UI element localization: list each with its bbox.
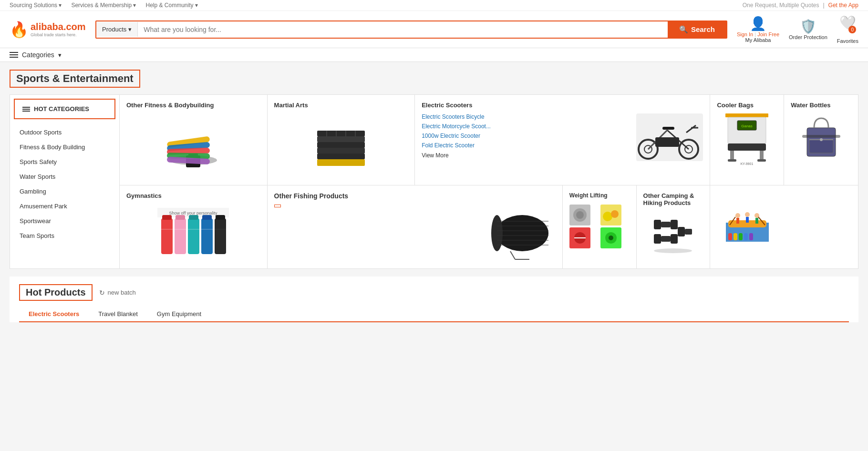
categories-label: Categories: [22, 51, 54, 59]
sidebar-item-water-sports[interactable]: Water Sports: [10, 169, 119, 184]
hamburger-icon: [10, 52, 18, 58]
gymnastics-link-1[interactable]: [274, 205, 281, 207]
tab-gym-equipment[interactable]: Gym Equipment: [147, 307, 211, 321]
favorites-label: Favorites: [837, 38, 858, 44]
favorites-area[interactable]: 🤍 0 Favorites: [837, 15, 858, 44]
order-protection-area[interactable]: 🛡️ Order Protection: [789, 19, 827, 40]
categories-arrow-icon: ▾: [58, 51, 62, 59]
svg-rect-36: [760, 151, 764, 160]
sidebar-item-sports-safety[interactable]: Sports Safety: [10, 154, 119, 169]
svg-point-77: [611, 210, 619, 218]
svg-point-62: [496, 215, 548, 251]
signin-area[interactable]: 👤 Sign In | Join Free My Alibaba: [737, 16, 779, 43]
svg-rect-107: [749, 233, 753, 240]
categories-button[interactable]: Categories ▾: [10, 51, 62, 59]
main-content: Sports & Entertainment HOT CATEGORIES Ou…: [0, 62, 868, 330]
hot-categories-header[interactable]: HOT CATEGORIES: [14, 99, 115, 119]
martial-arts-svg: [315, 115, 367, 170]
scooter-link-1[interactable]: Electric Scooters Bicycle: [422, 113, 630, 120]
sidebar-item-outdoor-sports[interactable]: Outdoor Sports: [10, 125, 119, 140]
svg-point-95: [735, 213, 740, 218]
search-category-dropdown[interactable]: Products ▾: [96, 22, 138, 37]
hot-products-tabs: Electric Scooters Travel Blanket Gym Equ…: [19, 307, 849, 322]
fishing-image-area: [569, 205, 630, 248]
svg-text:Show off your personality: Show off your personality: [169, 211, 217, 215]
product-cell-martial-arts: Martial Arts: [268, 95, 415, 185]
svg-rect-86: [671, 220, 678, 229]
sidebar-item-fitness[interactable]: Fitness & Body Building: [10, 140, 119, 154]
hot-cat-icon: [22, 107, 30, 112]
svg-point-63: [491, 215, 503, 251]
scooter-link-3[interactable]: 1000w Electric Scooter: [422, 133, 630, 139]
cooler-bag-svg: [802, 113, 840, 161]
svg-rect-9: [317, 148, 365, 154]
products-area: Other Fitness & Bodybuilding: [120, 95, 858, 268]
shield-icon: 🛡️: [800, 19, 816, 34]
svg-text:Ganas: Ganas: [741, 124, 753, 128]
svg-point-76: [603, 212, 612, 221]
svg-rect-104: [734, 233, 737, 240]
logo-name: alibaba.com: [31, 21, 86, 32]
svg-point-83: [609, 236, 613, 240]
product-title: Other Fitness & Bodybuilding: [126, 102, 260, 109]
tab-electric-scooters[interactable]: Electric Scooters: [19, 307, 89, 322]
product-title: Other Fishing Products: [274, 192, 556, 200]
scooter-image-area: [636, 113, 703, 161]
search-button[interactable]: 🔍 Search: [668, 21, 726, 38]
product-title: Martial Arts: [274, 102, 408, 109]
svg-point-96: [745, 212, 750, 217]
category-grid: HOT CATEGORIES Outdoor Sports Fitness & …: [10, 94, 858, 269]
svg-rect-26: [655, 137, 679, 147]
weight-image-area: [643, 211, 703, 253]
scooter-link-4[interactable]: Fold Electric Scooter: [422, 142, 630, 149]
electric-scooters-content: Electric Scooters Bicycle Electric Motor…: [422, 113, 703, 161]
product-cell-fishing: Weight Lifting: [563, 185, 637, 268]
hot-products-section: Hot Products ↻ new batch Electric Scoote…: [10, 277, 858, 322]
svg-rect-48: [162, 215, 172, 220]
dumbbells-svg: [651, 215, 694, 253]
sidebar-item-gambling[interactable]: Gambling: [10, 184, 119, 199]
logo-area[interactable]: 🔥 alibaba.com Global trade starts here.: [10, 20, 86, 39]
scooters-links: Electric Scooters Bicycle Electric Motor…: [422, 113, 630, 161]
help-community-nav[interactable]: Help & Community ▾: [145, 2, 197, 9]
sidebar-item-amusement-park[interactable]: Amusement Park: [10, 199, 119, 214]
gymnastics-content: [274, 205, 556, 262]
water-bottles-image-area: Show off your personality: [126, 204, 260, 260]
svg-rect-47: [161, 218, 173, 254]
new-batch-button[interactable]: ↻ new batch: [99, 289, 136, 297]
sidebar-item-sportswear[interactable]: Sportswear: [10, 214, 119, 228]
search-input[interactable]: [138, 22, 668, 37]
product-cell-camping: [710, 185, 784, 268]
tab-travel-blanket[interactable]: Travel Blanket: [89, 307, 147, 321]
fitness-bands-image-area: [126, 113, 260, 178]
gym-equipment-svg: Ganas KY-9901: [725, 113, 768, 166]
scooters-view-more[interactable]: View More: [422, 152, 448, 159]
logo-text-block: alibaba.com Global trade starts here.: [31, 21, 86, 37]
header-actions: 👤 Sign In | Join Free My Alibaba 🛡️ Orde…: [737, 15, 858, 44]
get-app-link[interactable]: Get the App: [828, 2, 858, 9]
fishing-item-4-svg: [600, 227, 621, 248]
svg-rect-35: [730, 151, 734, 160]
scooter-link-2[interactable]: Electric Motorcycle Scoot...: [422, 123, 630, 130]
svg-rect-50: [175, 218, 186, 254]
logo-flame-icon: 🔥: [10, 20, 29, 39]
product-title: Gymnastics: [126, 192, 260, 199]
electric-scooter-svg: [636, 113, 703, 161]
svg-text:KY-9901: KY-9901: [741, 162, 754, 165]
svg-point-44: [820, 138, 823, 141]
svg-rect-99: [746, 217, 749, 223]
svg-rect-11: [317, 136, 365, 142]
top-nav-right: One Request, Multiple Quotes | Get the A…: [743, 2, 858, 9]
product-title: Cooler Bags: [717, 102, 777, 109]
services-membership-nav[interactable]: Services & Membership ▾: [71, 2, 136, 9]
svg-rect-85: [661, 222, 671, 227]
svg-rect-54: [189, 215, 198, 220]
svg-rect-89: [671, 234, 678, 244]
section-title-area: Sports & Entertainment: [10, 70, 858, 88]
water-bottles-svg: Show off your personality: [157, 208, 229, 260]
sidebar-item-team-sports[interactable]: Team Sports: [10, 228, 119, 243]
sourcing-solutions-nav[interactable]: Sourcing Solutions ▾: [10, 2, 62, 9]
product-cell-cooler-bags: Water Bottles: [784, 95, 858, 185]
svg-rect-88: [661, 236, 671, 242]
hot-products-header: Hot Products ↻ new batch: [19, 284, 849, 301]
